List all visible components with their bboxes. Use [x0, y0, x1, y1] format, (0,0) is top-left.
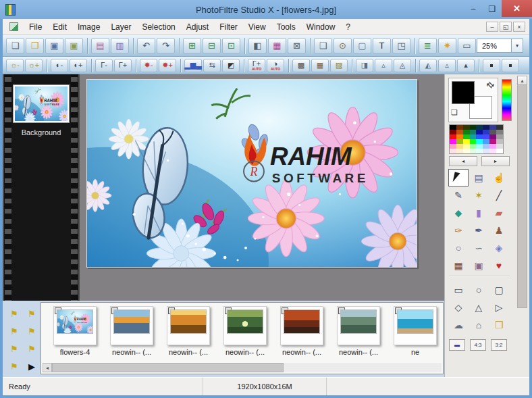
mdi-minimize-button[interactable]: – — [486, 22, 498, 32]
hand-tool[interactable]: ☝ — [489, 169, 509, 186]
retouch-tool[interactable]: ◈ — [489, 239, 509, 257]
contrast-plus-icon[interactable]: ◐+ — [70, 59, 87, 72]
brush-tool[interactable]: ✑ — [448, 222, 469, 239]
gamma-minus-icon[interactable]: Γ- — [95, 59, 113, 72]
brightness-plus-icon[interactable]: ☼+ — [25, 59, 43, 72]
palette-color-cell[interactable] — [496, 134, 503, 139]
explorer-thumbnail[interactable]: neowin-- (... — [217, 306, 273, 363]
menu-filter[interactable]: Filter — [214, 20, 243, 34]
brightness-minus-icon[interactable]: ☼- — [6, 59, 24, 72]
fill-tool[interactable]: ◆ — [448, 204, 469, 222]
select-polygon-icon[interactable]: ⌂ — [469, 316, 489, 334]
palette-color-cell[interactable] — [489, 139, 496, 144]
art-brush-tool[interactable]: ▣ — [469, 257, 489, 274]
palette-color-cell[interactable] — [463, 139, 470, 144]
scanlines-icon[interactable]: ▦ — [311, 59, 329, 72]
palette-color-cell[interactable] — [450, 125, 456, 130]
magic-wand-tool[interactable]: ✶ — [469, 186, 489, 204]
explorer-select-icon[interactable]: ⚑ — [5, 340, 23, 357]
picture-tube-tool[interactable]: ♥ — [489, 257, 509, 274]
manual-selection-size-icon[interactable]: ▬ — [449, 339, 465, 351]
image-properties-icon[interactable]: ⊙ — [334, 38, 352, 54]
palette-color-cell[interactable] — [470, 125, 477, 130]
palette-color-cell[interactable] — [463, 125, 470, 130]
levels-shift-icon[interactable]: ⇆ — [203, 59, 221, 72]
menu-selection[interactable]: Selection — [136, 20, 180, 34]
palette-color-cell[interactable] — [456, 134, 463, 139]
palette-color-cell[interactable] — [476, 130, 483, 134]
scan-icon[interactable]: ▥ — [111, 38, 129, 54]
advanced-brush-tool[interactable]: ✒ — [469, 222, 489, 239]
smooth-drop-icon[interactable]: ▵ — [438, 59, 456, 72]
palette-color-cell[interactable] — [456, 144, 463, 149]
photo-automate-icon[interactable]: ⊟ — [203, 38, 221, 54]
selection-marquee-icon[interactable]: ▢ — [353, 38, 371, 54]
menu-adjust[interactable]: Adjust — [181, 20, 214, 34]
palette-color-cell[interactable] — [463, 134, 470, 139]
window-minimize-button[interactable]: – — [464, 0, 482, 17]
clone-stamp-tool[interactable]: ♟ — [489, 222, 509, 239]
negative-icon[interactable]: ◩ — [222, 59, 240, 72]
canvas-image[interactable] — [86, 79, 417, 268]
select-triangle-icon[interactable]: △ — [469, 299, 489, 316]
scrollbar-track[interactable] — [517, 85, 527, 308]
histogram-icon[interactable]: ▂▆▃ — [184, 59, 202, 72]
filters-star-icon[interactable]: ✷ — [438, 38, 456, 54]
zoom-level-value[interactable]: 25% — [477, 39, 512, 53]
selection-arrow-tool[interactable] — [448, 169, 469, 186]
redo-icon[interactable]: ↷ — [157, 38, 175, 54]
blur-tool[interactable]: ○ — [448, 239, 469, 257]
saturation-plus-icon[interactable]: ✹+ — [159, 59, 176, 72]
select-ellipse-icon[interactable]: ○ — [469, 281, 489, 299]
explorer-thumbnail[interactable]: ne — [387, 306, 442, 363]
explorer-expand-icon[interactable]: ▶ — [23, 357, 41, 375]
palette-color-cell[interactable] — [476, 125, 483, 130]
explorer-thumbnail[interactable]: neowin-- (... — [273, 306, 330, 363]
eraser-tool[interactable]: ▰ — [489, 204, 509, 222]
explorer-thumbnail[interactable]: flowers-4 — [47, 306, 103, 363]
mdi-restore-button[interactable]: ◱ — [500, 22, 512, 32]
crop-selection-icon[interactable]: ◳ — [392, 38, 410, 54]
window-maximize-button[interactable]: ❑ — [483, 0, 501, 17]
ratio-4-3-icon[interactable]: 4:3 — [470, 339, 486, 351]
menu-edit[interactable]: Edit — [47, 20, 72, 34]
full-screen-icon[interactable]: ▭ — [458, 38, 476, 54]
copy-image-icon[interactable]: ❑ — [314, 38, 332, 54]
eyedropper-tool[interactable]: ✎ — [448, 186, 469, 204]
mosaic-tool[interactable]: ▦ — [448, 257, 469, 274]
palette-color-cell[interactable] — [483, 139, 489, 144]
palette-color-cell[interactable] — [483, 149, 489, 153]
transparent-toggle-icon[interactable]: ❏ — [451, 108, 458, 117]
palette-color-cell[interactable] — [476, 134, 483, 139]
palette-color-cell[interactable] — [489, 149, 496, 153]
select-lasso-icon[interactable]: ☁ — [448, 316, 469, 334]
explorer-paste-icon[interactable]: ⚑ — [23, 340, 41, 357]
gamma-plus-icon[interactable]: Γ+ — [114, 59, 132, 72]
palette-color-cell[interactable] — [470, 139, 477, 144]
ratio-3-2-icon[interactable]: 3:2 — [491, 339, 507, 351]
relief-mask-icon[interactable]: ◨ — [356, 59, 373, 72]
saturation-minus-icon[interactable]: ✹- — [140, 59, 157, 72]
layer-thumbnail-background[interactable] — [13, 84, 70, 123]
palette-color-cell[interactable] — [470, 134, 477, 139]
palette-color-cell[interactable] — [456, 149, 463, 153]
palette-color-cell[interactable] — [450, 144, 456, 149]
auto-levels-icon[interactable]: Γ+ AUTO — [248, 59, 265, 72]
explorer-open-icon[interactable]: ⚑ — [5, 322, 23, 340]
palette-color-cell[interactable] — [470, 130, 477, 134]
scroll-up-button[interactable]: ▴ — [517, 76, 527, 85]
explorer-scan-icon[interactable]: ⚑ — [5, 305, 23, 322]
select-triangle-right-icon[interactable]: ▷ — [489, 299, 509, 316]
blue-screen-icon[interactable] — [502, 59, 519, 72]
sharpen-drop-icon[interactable]: ◬ — [394, 59, 411, 72]
hue-gradient-bar[interactable] — [502, 79, 512, 121]
save-as-icon[interactable]: ▣ — [65, 38, 83, 54]
smudge-tool[interactable]: ∽ — [469, 239, 489, 257]
rgb-screen-icon[interactable] — [483, 59, 500, 72]
palette-color-cell[interactable] — [496, 149, 503, 153]
palette-color-cell[interactable] — [470, 149, 477, 153]
palette-color-cell[interactable] — [483, 134, 489, 139]
open-icon[interactable]: ❒ — [26, 38, 44, 54]
spray-tool[interactable]: ▮ — [469, 204, 489, 222]
menu-help[interactable]: ? — [340, 20, 356, 34]
